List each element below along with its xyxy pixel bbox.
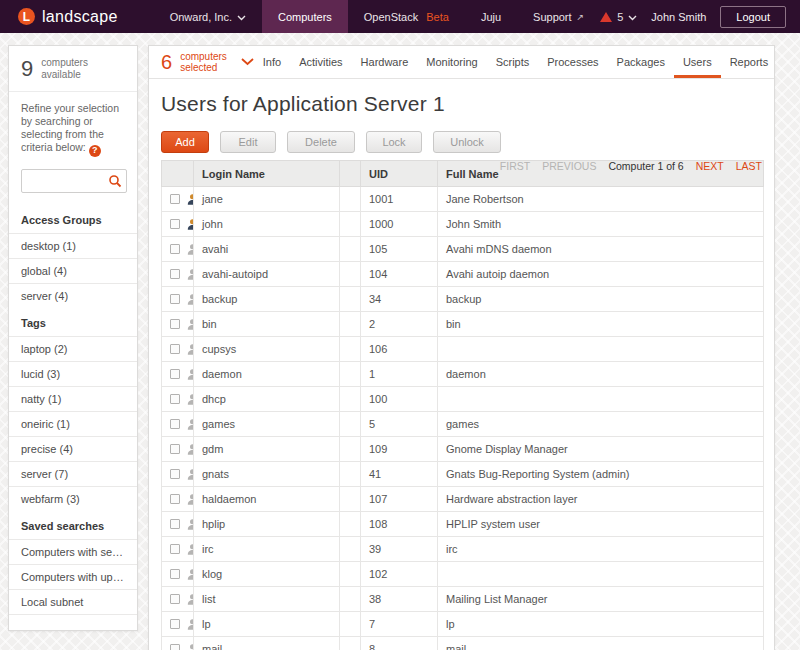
sidebar-section: Saved searchesComputers with securit...C…	[9, 511, 137, 614]
row-checkbox[interactable]	[170, 394, 180, 404]
table-row: jane1001Jane Robertson	[162, 187, 764, 212]
sidebar-filter-item[interactable]: server (7)	[9, 461, 137, 486]
main-body: Users for Application Server 1 FIRST PRE…	[149, 92, 774, 650]
sidebar-filter-item[interactable]: precise (4)	[9, 436, 137, 461]
header-right: 5 John Smith Logout	[600, 0, 800, 33]
landscape-logo[interactable]: L landscape	[0, 0, 132, 33]
spacer-cell	[340, 287, 361, 312]
tab-scripts[interactable]: Scripts	[487, 46, 539, 78]
row-checkbox[interactable]	[170, 219, 180, 229]
sidebar-filter-item[interactable]: lucid (3)	[9, 361, 137, 386]
sidebar-filter-item[interactable]: Local subnet	[9, 589, 137, 614]
table-row: irc39irc	[162, 537, 764, 562]
logout-button[interactable]: Logout	[720, 6, 786, 28]
selection-chevron-icon[interactable]	[241, 58, 254, 66]
nav-account-menu[interactable]: Onward, Inc.	[154, 0, 262, 33]
chevron-down-icon	[237, 11, 246, 23]
sidebar-filter-item[interactable]: global (4)	[9, 258, 137, 283]
tab-monitoring[interactable]: Monitoring	[417, 46, 486, 78]
row-checkbox[interactable]	[170, 544, 180, 554]
sidebar-filter-item[interactable]: Computers with upgrades	[9, 564, 137, 589]
row-checkbox[interactable]	[170, 444, 180, 454]
row-checkbox[interactable]	[170, 519, 180, 529]
sidebar-filter-item[interactable]: webfarm (3)	[9, 486, 137, 511]
row-checkbox[interactable]	[170, 594, 180, 604]
row-select-cell	[162, 412, 194, 437]
pagination-last[interactable]: LAST	[736, 160, 762, 172]
user-icon	[186, 568, 194, 581]
user-icon	[186, 543, 194, 556]
spacer-cell	[340, 187, 361, 212]
login-name-cell: avahi	[194, 237, 340, 262]
user-icon	[186, 418, 194, 431]
row-checkbox[interactable]	[170, 294, 180, 304]
full-name-cell: Avahi autoip daemon	[438, 262, 764, 287]
sidebar-filter-item[interactable]: natty (1)	[9, 386, 137, 411]
spacer-cell	[340, 562, 361, 587]
row-checkbox[interactable]	[170, 569, 180, 579]
row-select-cell	[162, 462, 194, 487]
row-checkbox[interactable]	[170, 419, 180, 429]
tab-processes[interactable]: Processes	[538, 46, 607, 78]
tab-hardware[interactable]: Hardware	[352, 46, 418, 78]
nav-juju-label: Juju	[481, 11, 501, 23]
alerts-menu[interactable]: 5	[600, 11, 637, 23]
login-name-cell: backup	[194, 287, 340, 312]
sidebar-filter-item[interactable]: Computers with securit...	[9, 539, 137, 564]
nav-support[interactable]: Support ↗	[517, 0, 600, 33]
full-name-cell: John Smith	[438, 212, 764, 237]
row-checkbox[interactable]	[170, 494, 180, 504]
login-name-cell: games	[194, 412, 340, 437]
add-button[interactable]: Add	[161, 131, 209, 153]
uid-cell: 41	[361, 462, 438, 487]
row-checkbox[interactable]	[170, 619, 180, 629]
search-box	[21, 169, 127, 193]
pagination-previous[interactable]: PREVIOUS	[542, 160, 596, 172]
row-checkbox[interactable]	[170, 319, 180, 329]
logo-text: landscape	[42, 8, 118, 26]
search-icon[interactable]	[108, 174, 122, 192]
uid-cell: 106	[361, 337, 438, 362]
spacer-cell	[340, 262, 361, 287]
tab-reports[interactable]: Reports	[721, 46, 775, 78]
nav-juju[interactable]: Juju	[465, 0, 517, 33]
uid-cell: 102	[361, 562, 438, 587]
row-select-cell	[162, 262, 194, 287]
nav-openstack[interactable]: OpenStack Beta	[348, 0, 465, 33]
row-checkbox[interactable]	[170, 344, 180, 354]
row-checkbox[interactable]	[170, 644, 180, 650]
tab-activities[interactable]: Activities	[290, 46, 351, 78]
full-name-cell: mail	[438, 637, 764, 650]
pagination-next[interactable]: NEXT	[696, 160, 724, 172]
tab-packages[interactable]: Packages	[608, 46, 674, 78]
row-checkbox[interactable]	[170, 194, 180, 204]
sidebar-filter-item[interactable]: laptop (2)	[9, 336, 137, 361]
nav-computers[interactable]: Computers	[262, 0, 348, 33]
sidebar-filter-item[interactable]: oneiric (1)	[9, 411, 137, 436]
user-icon	[186, 393, 194, 406]
unlock-button: Unlock	[433, 131, 501, 153]
row-checkbox[interactable]	[170, 369, 180, 379]
nav-openstack-label: OpenStack	[364, 11, 418, 23]
sidebar-section-title: Access Groups	[9, 205, 137, 233]
uid-cell: 107	[361, 487, 438, 512]
row-checkbox[interactable]	[170, 469, 180, 479]
help-icon[interactable]: ?	[89, 145, 101, 157]
login-name-cell: jane	[194, 187, 340, 212]
row-checkbox[interactable]	[170, 269, 180, 279]
row-checkbox[interactable]	[170, 244, 180, 254]
sidebar-filter-item[interactable]: desktop (1)	[9, 233, 137, 258]
tab-users[interactable]: Users	[674, 46, 721, 78]
uid-cell: 7	[361, 612, 438, 637]
user-icon	[186, 368, 194, 381]
spacer-cell	[340, 437, 361, 462]
row-select-cell	[162, 537, 194, 562]
sidebar-filter-item[interactable]: server (4)	[9, 283, 137, 308]
main-panel: 6 computers selected InfoActivitiesHardw…	[148, 45, 775, 650]
uid-cell: 8	[361, 637, 438, 650]
tab-info[interactable]: Info	[254, 46, 290, 78]
top-header-bar: L landscape Onward, Inc. Computers OpenS…	[0, 0, 800, 33]
uid-cell: 1000	[361, 212, 438, 237]
full-name-cell	[438, 562, 764, 587]
pagination-first[interactable]: FIRST	[500, 160, 530, 172]
